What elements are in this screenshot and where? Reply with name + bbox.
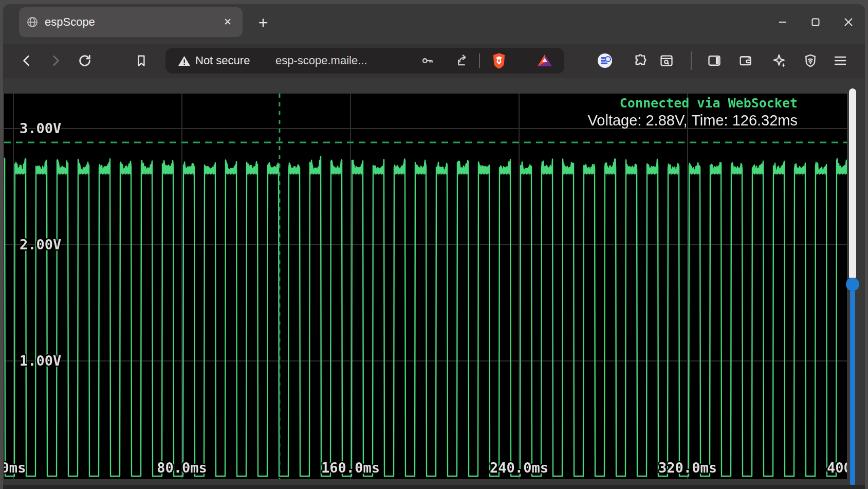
tab-espscope[interactable]: espScope ✕ (19, 7, 243, 37)
reload-button[interactable] (76, 51, 94, 70)
toolbar-separator (691, 51, 692, 70)
new-tab-button[interactable]: + (253, 12, 273, 33)
security-label: Not secure (195, 48, 250, 74)
tab-bar: espScope ✕ + (3, 4, 865, 44)
sidebar-toggle-icon[interactable] (705, 51, 724, 70)
share-icon[interactable] (454, 48, 469, 74)
page-content: Connected via WebSocket Voltage: 2.88V, … (3, 78, 865, 489)
tab-title: espScope (45, 15, 220, 29)
window-controls (766, 9, 865, 35)
extensions-puzzle-icon[interactable] (632, 51, 650, 70)
bookmark-button[interactable] (132, 51, 151, 70)
leo-sparkle-icon[interactable] (770, 51, 789, 70)
browser-window: espScope ✕ + (3, 4, 865, 489)
menu-icon[interactable] (831, 51, 849, 70)
forward-icon (49, 54, 62, 67)
reload-icon (78, 53, 92, 68)
wallet-icon[interactable] (736, 51, 754, 70)
vertical-slider-thumb[interactable] (846, 278, 859, 291)
maximize-button[interactable] (799, 9, 832, 35)
not-secure-warning-icon (178, 48, 191, 74)
minimize-button[interactable] (766, 9, 799, 35)
globe-icon (26, 16, 39, 28)
address-bar-separator (479, 53, 480, 68)
extension-badge-icon[interactable] (596, 51, 614, 70)
brave-shield-icon[interactable] (491, 48, 507, 74)
oscilloscope-canvas[interactable] (4, 94, 847, 479)
bat-rewards-icon[interactable] (537, 48, 553, 74)
key-icon[interactable] (420, 48, 435, 74)
search-window-icon[interactable] (657, 51, 676, 70)
bookmark-icon (135, 54, 148, 67)
minimize-icon (777, 16, 788, 28)
url-text[interactable]: esp-scope.maile... (275, 48, 367, 74)
browser-toolbar: Not secure esp-scope.maile... (3, 44, 865, 78)
maximize-icon (810, 16, 821, 28)
vertical-slider-track-upper[interactable] (849, 88, 856, 278)
window-bottom-edge (3, 485, 865, 489)
forward-button[interactable] (46, 51, 65, 70)
close-window-button[interactable] (832, 9, 865, 35)
vpn-shield-icon[interactable] (801, 51, 820, 70)
back-icon (20, 54, 33, 67)
tab-close-icon[interactable]: ✕ (220, 14, 235, 30)
address-bar[interactable]: Not secure esp-scope.maile... (165, 48, 564, 74)
back-button[interactable] (17, 51, 36, 70)
close-icon (843, 16, 854, 28)
vertical-slider-track-lower[interactable] (850, 291, 855, 486)
